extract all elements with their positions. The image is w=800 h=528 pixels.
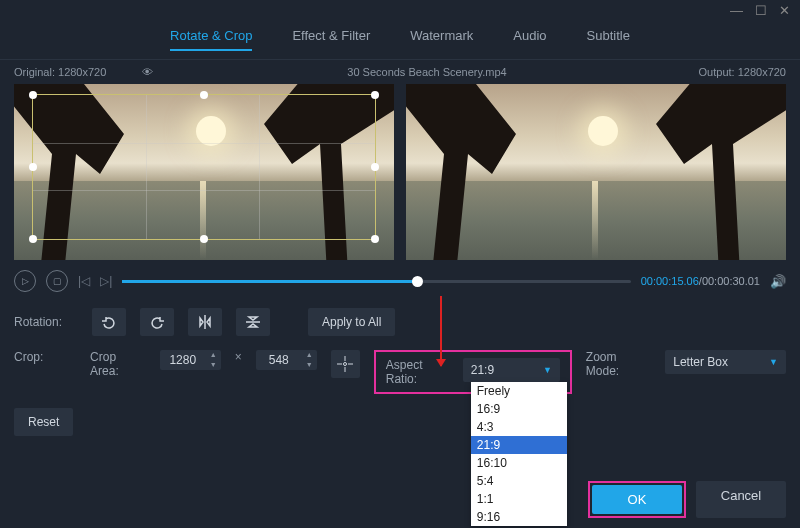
original-dims-label: Original: 1280x720 (14, 66, 106, 78)
zoom-mode-select[interactable]: Letter Box▼ (665, 350, 786, 374)
info-row: Original: 1280x720 👁 30 Seconds Beach Sc… (0, 60, 800, 84)
time-display: 00:00:15.06/00:00:30.01 (641, 275, 760, 287)
aspect-option[interactable]: 16:9 (471, 400, 567, 418)
crop-handle[interactable] (371, 91, 379, 99)
volume-icon[interactable]: 🔊 (770, 274, 786, 289)
play-button[interactable]: ▷ (14, 270, 36, 292)
chevron-down-icon: ▼ (543, 365, 552, 375)
next-frame-button[interactable]: ▷| (100, 274, 112, 288)
reset-button[interactable]: Reset (14, 408, 73, 436)
aspect-option[interactable]: 16:10 (471, 454, 567, 472)
chevron-down-icon: ▼ (769, 357, 778, 367)
tab-bar: Rotate & Crop Effect & Filter Watermark … (0, 20, 800, 60)
center-crop-button[interactable] (331, 350, 360, 378)
aspect-option[interactable]: 4:3 (471, 418, 567, 436)
apply-to-all-button[interactable]: Apply to All (308, 308, 395, 336)
rotate-right-button[interactable] (140, 308, 174, 336)
crop-handle[interactable] (200, 91, 208, 99)
output-dims-label: Output: 1280x720 (699, 66, 786, 78)
close-button[interactable]: ✕ (779, 3, 790, 18)
crop-handle[interactable] (29, 163, 37, 171)
aspect-ratio-dropdown[interactable]: Freely16:94:321:916:105:41:19:16 (471, 382, 567, 526)
aspect-option[interactable]: 1:1 (471, 490, 567, 508)
prev-frame-button[interactable]: |◁ (78, 274, 90, 288)
crop-height-input[interactable]: ▲▼ (256, 350, 317, 370)
tab-effect-filter[interactable]: Effect & Filter (292, 28, 370, 51)
crop-width-input[interactable]: ▲▼ (160, 350, 221, 370)
source-preview[interactable] (14, 84, 394, 260)
height-down[interactable]: ▼ (302, 360, 317, 370)
rotate-left-button[interactable] (92, 308, 126, 336)
crop-handle[interactable] (29, 91, 37, 99)
aspect-ratio-select[interactable]: 21:9▼ (463, 358, 560, 382)
seek-knob[interactable] (412, 276, 423, 287)
times-icon: × (235, 350, 242, 364)
crop-handle[interactable] (371, 163, 379, 171)
rotation-label: Rotation: (14, 315, 78, 329)
tab-audio[interactable]: Audio (513, 28, 546, 51)
stop-button[interactable]: ▢ (46, 270, 68, 292)
preview-row (0, 84, 800, 260)
cancel-button[interactable]: Cancel (696, 481, 786, 518)
titlebar: — ☐ ✕ (0, 0, 800, 20)
aspect-option[interactable]: 9:16 (471, 508, 567, 526)
seek-track[interactable] (122, 280, 630, 283)
output-preview (406, 84, 786, 260)
preview-toggle-icon[interactable]: 👁 (139, 66, 155, 78)
aspect-ratio-group: Aspect Ratio: 21:9▼ Freely16:94:321:916:… (374, 350, 572, 394)
footer-buttons: OK Cancel (588, 481, 786, 518)
crop-handle[interactable] (371, 235, 379, 243)
crop-box[interactable] (32, 94, 376, 240)
width-up[interactable]: ▲ (206, 350, 221, 360)
maximize-button[interactable]: ☐ (755, 3, 767, 18)
svg-point-0 (344, 363, 347, 366)
crop-label: Crop: (14, 350, 76, 364)
minimize-button[interactable]: — (730, 3, 743, 18)
aspect-option[interactable]: 5:4 (471, 472, 567, 490)
aspect-option[interactable]: Freely (471, 382, 567, 400)
zoom-mode-label: Zoom Mode: (586, 350, 651, 378)
crop-area-label: Crop Area: (90, 350, 146, 378)
player-bar: ▷ ▢ |◁ ▷| 00:00:15.06/00:00:30.01 🔊 (0, 260, 800, 302)
flip-vertical-button[interactable] (236, 308, 270, 336)
crop-handle[interactable] (29, 235, 37, 243)
filename-label: 30 Seconds Beach Scenery.mp4 (347, 66, 506, 78)
height-up[interactable]: ▲ (302, 350, 317, 360)
ok-highlight: OK (588, 481, 686, 518)
tab-subtitle[interactable]: Subtitle (587, 28, 630, 51)
ok-button[interactable]: OK (592, 485, 682, 514)
width-down[interactable]: ▼ (206, 360, 221, 370)
aspect-option[interactable]: 21:9 (471, 436, 567, 454)
crop-handle[interactable] (200, 235, 208, 243)
tab-watermark[interactable]: Watermark (410, 28, 473, 51)
annotation-arrow (440, 296, 442, 366)
tab-rotate-crop[interactable]: Rotate & Crop (170, 28, 252, 51)
flip-horizontal-button[interactable] (188, 308, 222, 336)
